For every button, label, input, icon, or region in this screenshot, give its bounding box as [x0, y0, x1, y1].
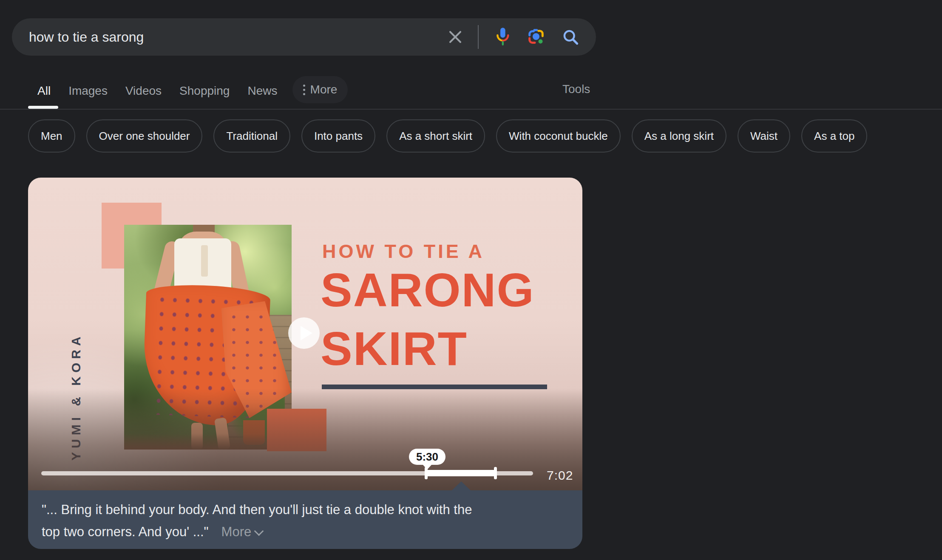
play-button[interactable] — [288, 317, 320, 349]
caption-notch — [452, 481, 471, 490]
chip-men[interactable]: Men — [28, 119, 75, 153]
thumbnail-title-line3: SKIRT — [321, 321, 468, 376]
more-dots-icon — [303, 85, 305, 95]
chip-as-a-long-skirt[interactable]: As a long skirt — [632, 119, 726, 153]
active-tab-underline — [28, 106, 58, 109]
tab-all[interactable]: All — [37, 84, 51, 98]
chip-as-a-short-skirt[interactable]: As a short skirt — [386, 119, 485, 153]
refinement-chips: MenOver one shoulderTraditionalInto pant… — [28, 119, 867, 153]
timestamp-bubble-pointer — [423, 464, 432, 469]
tab-news[interactable]: News — [247, 84, 277, 98]
play-icon — [301, 326, 312, 340]
search-icon[interactable] — [561, 28, 580, 46]
tabs-divider — [0, 109, 942, 110]
video-result-card: YUMI & KORA HOW TO TIE A SARONG SKIRT 5:… — [28, 178, 582, 549]
chip-waist[interactable]: Waist — [738, 119, 790, 153]
search-bar-icons — [448, 25, 580, 49]
caption-more-label: More — [221, 524, 252, 539]
woman-top-tie — [201, 245, 208, 277]
transcript-caption: "... Bring it behind your body. And then… — [28, 490, 582, 549]
tab-images[interactable]: Images — [68, 84, 108, 98]
clear-icon[interactable] — [448, 30, 462, 44]
google-search-results-page: how to tie a sarong A — [0, 0, 942, 560]
chevron-down-icon — [254, 526, 264, 536]
caption-line-2: top two corners. And you' ..."More — [42, 521, 569, 543]
chip-into-pants[interactable]: Into pants — [301, 119, 375, 153]
tabs-list: AllImagesVideosShoppingNews — [37, 82, 277, 100]
thumbnail-title-line2: SARONG — [321, 263, 535, 317]
chip-traditional[interactable]: Traditional — [213, 119, 290, 153]
search-input[interactable]: how to tie a sarong — [29, 29, 448, 45]
chip-with-coconut-buckle[interactable]: With coconut buckle — [496, 119, 621, 153]
search-bar-divider — [478, 25, 479, 49]
video-thumbnail[interactable]: YUMI & KORA HOW TO TIE A SARONG SKIRT 5:… — [28, 178, 582, 490]
chip-over-one-shoulder[interactable]: Over one shoulder — [86, 119, 203, 153]
result-tabs: AllImagesVideosShoppingNews More Tools — [0, 82, 942, 105]
chip-as-a-top[interactable]: As a top — [801, 119, 867, 153]
search-bar[interactable]: how to tie a sarong — [12, 18, 596, 56]
caption-line-1: "... Bring it behind your body. And then… — [42, 499, 569, 521]
tab-more-label: More — [310, 83, 338, 96]
caption-line-2-text: top two corners. And you' ..." — [42, 524, 209, 539]
progress-highlight-segment[interactable] — [426, 470, 495, 476]
mic-icon[interactable] — [494, 26, 511, 48]
video-duration: 7:02 — [547, 468, 573, 483]
thumbnail-title-line1: HOW TO TIE A — [322, 240, 485, 263]
caption-more-button[interactable]: More — [221, 521, 263, 543]
segment-end-tick[interactable] — [494, 467, 497, 479]
timestamp-bubble: 5:30 — [409, 449, 445, 465]
tools-button[interactable]: Tools — [562, 82, 590, 96]
tab-videos[interactable]: Videos — [125, 84, 162, 98]
tab-more[interactable]: More — [292, 76, 348, 103]
lens-icon[interactable] — [526, 27, 546, 47]
tab-shopping[interactable]: Shopping — [179, 84, 230, 98]
